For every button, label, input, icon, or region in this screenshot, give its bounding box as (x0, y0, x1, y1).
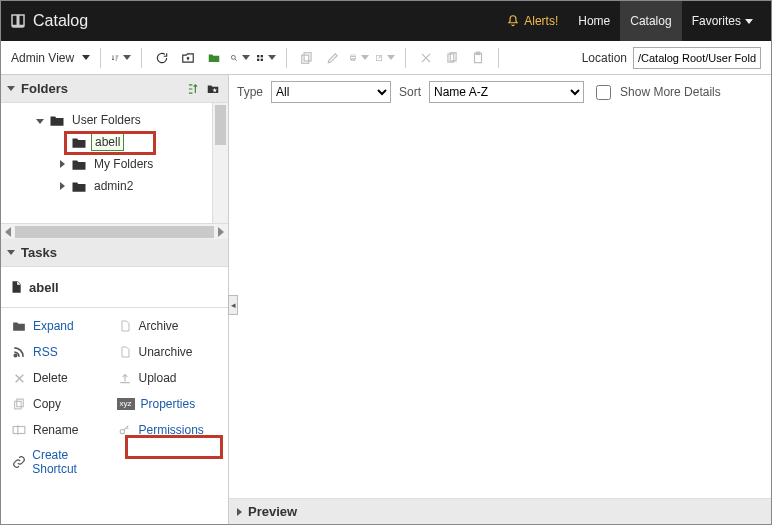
show-more-checkbox[interactable]: Show More Details (592, 82, 721, 103)
favorite-folder-icon[interactable] (204, 80, 222, 98)
show-more-label: Show More Details (620, 85, 721, 99)
tree-item-user-folders[interactable]: User Folders (5, 109, 224, 131)
key-icon (117, 422, 133, 438)
up-button[interactable] (178, 48, 198, 68)
tree-label: My Folders (91, 156, 156, 172)
collapse-icon (7, 86, 15, 91)
type-label: Type (237, 85, 263, 99)
toolbar: Admin View Location (1, 41, 771, 75)
task-rss[interactable]: RSS (11, 344, 113, 360)
tree-label: User Folders (69, 112, 144, 128)
content-body (229, 109, 771, 498)
svg-rect-18 (14, 401, 21, 409)
task-expand[interactable]: Expand (11, 318, 113, 334)
file-icon (9, 279, 23, 295)
main-area: Folders User Folders abell (1, 75, 771, 524)
xyz-icon: xyz (117, 398, 135, 410)
nav-favorites[interactable]: Favorites (682, 1, 763, 41)
content-area: ◂ Type All Sort Name A-Z Show More Detai… (229, 75, 771, 524)
alerts-link[interactable]: Alerts! (496, 14, 568, 28)
upload-icon (117, 370, 133, 386)
folder-icon (71, 136, 87, 149)
task-permissions[interactable]: Permissions (117, 422, 219, 438)
tree-label: abell (91, 133, 124, 151)
collapse-icon (7, 250, 15, 255)
svg-point-20 (120, 429, 124, 433)
nav-home[interactable]: Home (568, 1, 620, 41)
top-nav: Alerts! Home Catalog Favorites (496, 1, 763, 41)
folders-header[interactable]: Folders (1, 75, 228, 103)
preview-title: Preview (248, 504, 297, 519)
location-input[interactable] (633, 47, 761, 69)
book-icon (9, 12, 27, 30)
task-properties[interactable]: xyzProperties (117, 396, 219, 412)
type-select[interactable]: All (271, 81, 391, 103)
filter-bar: Type All Sort Name A-Z Show More Details (229, 75, 771, 109)
task-archive[interactable]: Archive (117, 318, 219, 334)
tree-item-admin2[interactable]: admin2 (5, 175, 224, 197)
print-button[interactable] (349, 48, 369, 68)
duplicate-button[interactable] (442, 48, 462, 68)
export-button[interactable] (375, 48, 395, 68)
tree-horizontal-scrollbar[interactable] (1, 223, 228, 239)
rename-icon (11, 422, 27, 438)
paste-button[interactable] (468, 48, 488, 68)
folders-title: Folders (21, 81, 68, 96)
task-delete[interactable]: Delete (11, 370, 113, 386)
grid-view-button[interactable] (256, 48, 276, 68)
view-mode-select[interactable]: Admin View (11, 51, 90, 65)
nav-catalog[interactable]: Catalog (620, 1, 681, 41)
file-icon (117, 318, 133, 334)
tree-expand-icon[interactable] (184, 80, 202, 98)
link-icon (11, 454, 26, 470)
alerts-label: Alerts! (524, 14, 558, 28)
task-copy[interactable]: Copy (11, 396, 113, 412)
svg-point-0 (231, 55, 235, 59)
sort-select[interactable]: Name A-Z (429, 81, 584, 103)
tasks-title: Tasks (21, 245, 57, 260)
svg-rect-6 (302, 55, 309, 63)
task-rename[interactable]: Rename (11, 422, 113, 438)
svg-rect-5 (304, 52, 311, 60)
app-title: Catalog (33, 12, 88, 30)
app-header: Catalog Alerts! Home Catalog Favorites (1, 1, 771, 41)
location-label: Location (582, 51, 627, 65)
tree-item-my-folders[interactable]: My Folders (5, 153, 224, 175)
tree-item-abell[interactable]: abell (5, 131, 224, 153)
svg-rect-2 (261, 55, 263, 57)
svg-rect-9 (351, 58, 354, 60)
svg-rect-4 (261, 58, 263, 60)
search-button[interactable] (230, 48, 250, 68)
tree-label: admin2 (91, 178, 136, 194)
folder-icon (71, 158, 87, 171)
tree-vertical-scrollbar[interactable] (212, 103, 228, 223)
task-create-shortcut[interactable]: Create Shortcut (11, 448, 113, 476)
svg-rect-1 (257, 55, 259, 57)
rss-icon (11, 344, 27, 360)
copy-button[interactable] (297, 48, 317, 68)
bell-icon (506, 14, 520, 28)
folder-icon (71, 180, 87, 193)
splitter-handle[interactable]: ◂ (228, 295, 238, 315)
sort-mode-button[interactable] (111, 48, 131, 68)
sidebar: Folders User Folders abell (1, 75, 229, 524)
edit-button[interactable] (323, 48, 343, 68)
new-folder-button[interactable] (204, 48, 224, 68)
tasks-header[interactable]: Tasks (1, 239, 228, 267)
folder-tree[interactable]: User Folders abell My Folders admin2 (1, 103, 228, 223)
refresh-button[interactable] (152, 48, 172, 68)
task-upload[interactable]: Upload (117, 370, 219, 386)
show-more-input[interactable] (596, 85, 611, 100)
file-icon (117, 344, 133, 360)
sort-label: Sort (399, 85, 421, 99)
tasks-selected-item: abell (9, 279, 222, 295)
preview-header[interactable]: Preview (229, 498, 771, 524)
delete-button[interactable] (416, 48, 436, 68)
copy-icon (11, 396, 27, 412)
svg-rect-19 (13, 427, 25, 434)
svg-rect-3 (257, 58, 259, 60)
task-unarchive[interactable]: Unarchive (117, 344, 219, 360)
tasks-body: abell Expand Archive RSS Unarchive Delet… (1, 267, 228, 524)
folder-icon (49, 114, 65, 127)
tasks-selected-label: abell (29, 280, 59, 295)
